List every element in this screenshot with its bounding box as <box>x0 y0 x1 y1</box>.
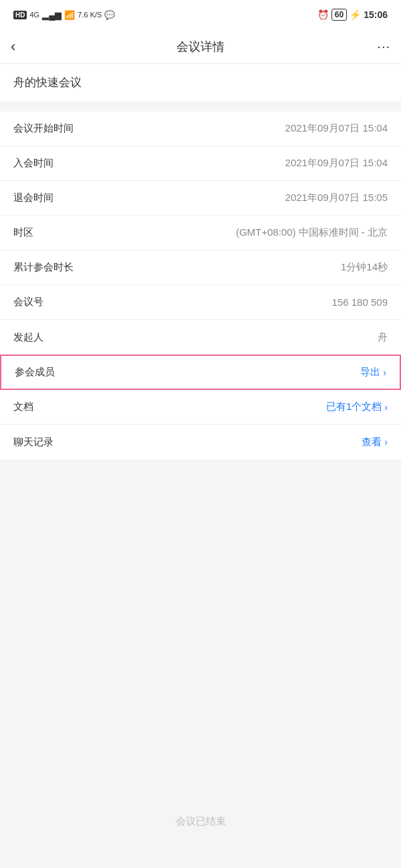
export-label: 导出 <box>360 366 380 379</box>
chat-chevron-icon: › <box>384 437 388 447</box>
meeting-name-section: 舟的快速会议 <box>0 64 401 106</box>
more-button[interactable]: ··· <box>364 39 390 54</box>
battery-icon: 60 <box>331 9 347 21</box>
organizer-value: 舟 <box>80 331 388 344</box>
status-bar: HD 4G ▂▄▆ 📶 7.6 K/S 💬 ⏰ 60 ⚡ 15:06 <box>0 0 401 29</box>
chat-value: 查看 <box>362 436 382 449</box>
join-time-value: 2021年09月07日 15:04 <box>80 157 388 170</box>
wifi-icon: 📶 <box>64 10 75 20</box>
signal-bars-icon: ▂▄▆ <box>42 10 61 20</box>
start-time-label: 会议开始时间 <box>13 122 80 135</box>
info-row-timezone: 时区 (GMT+08:00) 中国标准时间 - 北京 <box>0 216 401 250</box>
info-row-organizer: 发起人 舟 <box>0 320 401 355</box>
info-row-duration: 累计参会时长 1分钟14秒 <box>0 250 401 285</box>
time-text: 15:06 <box>364 9 388 20</box>
start-time-value: 2021年09月07日 15:04 <box>80 122 388 135</box>
signal-4g-icon: 4G <box>29 11 39 19</box>
meeting-id-label: 会议号 <box>13 296 80 308</box>
join-time-label: 入会时间 <box>13 157 80 170</box>
duration-value: 1分钟14秒 <box>80 261 388 274</box>
documents-chevron-icon: › <box>384 402 388 413</box>
hd-badge: HD <box>13 11 27 19</box>
chat-action[interactable]: 查看 › <box>362 436 388 449</box>
meeting-id-value: 156 180 509 <box>80 296 388 308</box>
footer: 会议已结束 <box>0 459 401 868</box>
export-chevron-icon: › <box>383 367 386 378</box>
charge-icon: ⚡ <box>350 9 361 20</box>
status-left: HD 4G ▂▄▆ 📶 7.6 K/S 💬 <box>13 10 115 20</box>
info-row-start-time: 会议开始时间 2021年09月07日 15:04 <box>0 112 401 146</box>
page-title: 会议详情 <box>37 39 364 55</box>
participants-action[interactable]: 导出 › <box>360 366 386 379</box>
documents-row[interactable]: 文档 已有1个文档 › <box>0 390 401 425</box>
action-section: 文档 已有1个文档 › 聊天记录 查看 › <box>0 390 401 459</box>
info-row-leave-time: 退会时间 2021年09月07日 15:05 <box>0 181 401 216</box>
info-section: 会议开始时间 2021年09月07日 15:04 入会时间 2021年09月07… <box>0 112 401 355</box>
info-row-join-time: 入会时间 2021年09月07日 15:04 <box>0 146 401 181</box>
status-right: ⏰ 60 ⚡ 15:06 <box>317 9 388 21</box>
chat-label: 聊天记录 <box>13 436 53 449</box>
timezone-label: 时区 <box>13 226 80 239</box>
nav-bar: ‹ 会议详情 ··· <box>0 29 401 64</box>
alarm-icon: ⏰ <box>317 9 329 20</box>
meeting-name: 舟的快速会议 <box>13 75 388 90</box>
participants-row[interactable]: 参会成员 导出 › <box>0 355 401 390</box>
leave-time-label: 退会时间 <box>13 192 80 204</box>
duration-label: 累计参会时长 <box>13 261 80 274</box>
info-row-meeting-id: 会议号 156 180 509 <box>0 285 401 320</box>
speed-text: 7.6 K/S <box>78 11 102 19</box>
message-icon: 💬 <box>104 10 115 20</box>
leave-time-value: 2021年09月07日 15:05 <box>80 192 388 204</box>
documents-action[interactable]: 已有1个文档 › <box>326 401 388 413</box>
participants-label: 参会成员 <box>15 366 82 379</box>
footer-text: 会议已结束 <box>176 815 226 828</box>
back-button[interactable]: ‹ <box>11 38 37 55</box>
chat-row[interactable]: 聊天记录 查看 › <box>0 425 401 459</box>
timezone-value: (GMT+08:00) 中国标准时间 - 北京 <box>80 226 388 239</box>
documents-label: 文档 <box>13 401 33 413</box>
organizer-label: 发起人 <box>13 331 80 344</box>
separator-1 <box>0 106 401 112</box>
documents-value: 已有1个文档 <box>326 401 382 413</box>
